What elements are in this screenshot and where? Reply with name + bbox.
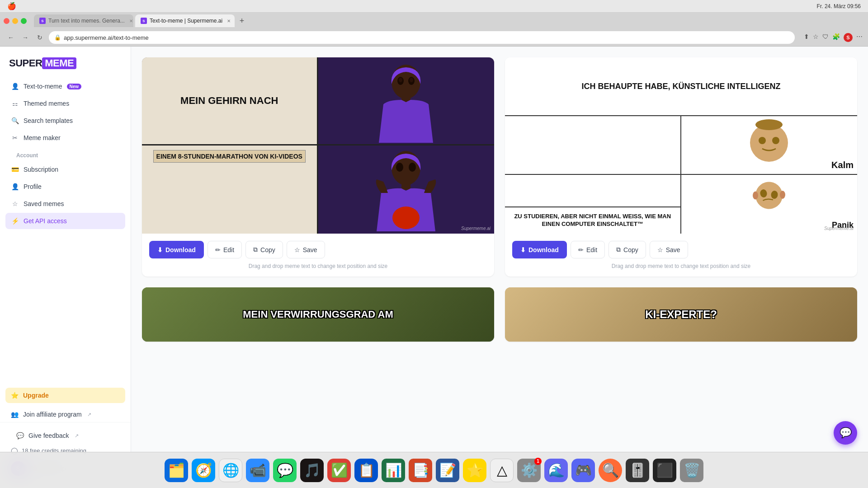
dock-zoom[interactable]: 📹 [246, 459, 269, 482]
meme1-edit-button[interactable]: ✏ Edit [208, 241, 242, 258]
sidebar-item-search-templates[interactable]: 🔍 Search templates [5, 113, 125, 129]
bookmark-icon[interactable]: ☆ [813, 33, 819, 42]
svg-point-4 [399, 78, 402, 82]
sidebar-item-text-to-meme[interactable]: 👤 Text-to-meme New [5, 78, 125, 94]
dock-preferences[interactable]: ⚙️ 1 [517, 459, 541, 482]
dock-word[interactable]: 📝 [436, 459, 459, 482]
apple-menu[interactable]: 🍎 [7, 2, 16, 10]
upgrade-icon: ⭐ [11, 392, 19, 399]
chat-icon: 💬 [840, 427, 852, 439]
sidebar-item-profile[interactable]: 👤 Profile [5, 178, 125, 195]
address-bar[interactable]: 🔒 app.supermeme.ai/text-to-meme [49, 31, 795, 44]
tab-close-2[interactable]: ✕ [227, 19, 231, 23]
dock-trash[interactable]: 🗑️ [680, 459, 703, 482]
dock-search[interactable]: 🔍 [599, 459, 622, 482]
edit-icon-1: ✏ [215, 246, 221, 253]
dock-sound[interactable]: 🎚️ [626, 459, 649, 482]
meme2-action-buttons: ⬇ Download ✏ Edit ⧉ Copy [512, 241, 850, 258]
meme2-edit-button[interactable]: ✏ Edit [571, 241, 605, 258]
meme1-action-buttons: ⬇ Download ✏ Edit ⧉ Copy [149, 241, 487, 258]
browser-tab-2[interactable]: S Text-to-meme | Supermeme.ai ✕ [135, 14, 235, 27]
sidebar-item-get-api-access[interactable]: ⚡ Get API access [5, 213, 125, 229]
person-figure-1 [374, 59, 438, 143]
search-templates-icon: 🔍 [11, 117, 19, 125]
sidebar-nav: 👤 Text-to-meme New ⚏ Themed memes 🔍 Sear… [0, 78, 131, 384]
meme1-download-button[interactable]: ⬇ Download [149, 241, 204, 258]
affiliate-icon: 👥 [11, 411, 19, 418]
maximize-window-button[interactable] [21, 18, 27, 24]
sidebar-item-join-affiliate[interactable]: 👥 Join affiliate program ↗ [0, 407, 131, 422]
minimize-window-button[interactable] [12, 18, 18, 24]
share-icon[interactable]: ⬆ [804, 33, 809, 42]
dock-spotify[interactable]: 🎵 [300, 459, 324, 482]
tab-label-2: Text-to-meme | Supermeme.ai [150, 18, 222, 24]
sidebar-item-give-feedback[interactable]: 💬 Give feedback ↗ [5, 428, 125, 443]
feedback-icon: 💬 [16, 432, 24, 439]
meme1-copy-label: Copy [260, 246, 275, 253]
main-scroll-area[interactable]: MEIN GEHIRN NACH [131, 47, 868, 452]
dock-safari[interactable]: 🧭 [192, 459, 215, 482]
dock-arc[interactable]: 🌊 [544, 459, 568, 482]
meme2-watermark: Supermeme.ai [824, 226, 854, 231]
dock-discord[interactable]: 🎮 [571, 459, 595, 482]
dock-bookmarks[interactable]: ⭐ [463, 459, 486, 482]
meme1-bottom-text: EINEM 8-STUNDEN-MARATHON VON KI-VIDEOS [153, 150, 306, 163]
more-options-icon[interactable]: ⋯ [856, 33, 863, 42]
sidebar-item-subscription[interactable]: 💳 Subscription [5, 161, 125, 178]
svg-point-13 [772, 137, 779, 144]
forward-button[interactable]: → [20, 32, 31, 43]
sidebar-label-meme-maker: Meme maker [24, 134, 61, 141]
dock-chrome[interactable]: 🌐 [219, 459, 242, 482]
meme2-bottom-text: ZU STUDIEREN, ABER NICHT EINMAL WEISS, W… [510, 213, 675, 228]
dock-powerpoint[interactable]: 📑 [409, 459, 432, 482]
meme1-copy-button[interactable]: ⧉ Copy [245, 241, 283, 258]
dock-trello[interactable]: 📋 [354, 459, 378, 482]
main-content: MEIN GEHIRN NACH [131, 47, 868, 352]
api-access-icon: ⚡ [11, 217, 19, 225]
shield-icon[interactable]: 🛡 [822, 33, 829, 42]
meme1-save-button[interactable]: ☆ Save [287, 241, 325, 258]
preview-card-1: MEIN VERWIRRUNGSGRAD AM [142, 287, 494, 342]
sidebar-label-themed-memes: Themed memes [24, 100, 69, 107]
app-container: SUPER MEME 👤 Text-to-meme New ⚏ Themed m… [0, 47, 868, 488]
account-section-label: Account [5, 147, 125, 161]
sidebar-item-meme-maker[interactable]: ✂ Meme maker [5, 130, 125, 146]
new-tab-button[interactable]: + [236, 15, 247, 26]
preview-image-1: MEIN VERWIRRUNGSGRAD AM [142, 287, 494, 342]
reload-button[interactable]: ↻ [34, 32, 45, 43]
meme2-save-button[interactable]: ☆ Save [650, 241, 688, 258]
menu-clock: Fr. 24. März 09:56 [817, 3, 861, 9]
close-window-button[interactable] [4, 18, 9, 24]
chat-support-button[interactable]: 💬 [834, 421, 857, 445]
dock-mission-control[interactable]: ⬛ [653, 459, 676, 482]
meme1-tr-figure [318, 57, 495, 145]
svg-point-8 [396, 163, 403, 172]
text-to-meme-icon: 👤 [11, 82, 19, 90]
dock-finder[interactable]: 🗂️ [165, 459, 188, 482]
svg-point-10 [392, 206, 420, 229]
sidebar: SUPER MEME 👤 Text-to-meme New ⚏ Themed m… [0, 47, 131, 488]
meme-maker-icon: ✂ [11, 134, 19, 142]
dock-todoist[interactable]: ✅ [327, 459, 351, 482]
browser-tab-1[interactable]: S Turn text into memes. Genera... ✕ [34, 14, 133, 27]
upgrade-label: Upgrade [23, 392, 49, 399]
dock-excel[interactable]: 📊 [382, 459, 405, 482]
meme2-copy-button[interactable]: ⧉ Copy [609, 241, 646, 258]
dock-drive[interactable]: △ [490, 459, 514, 482]
meme2-top-text: ICH BEHAUPTE HABE, KÜNSTLICHE INTELLIGEN… [581, 82, 780, 91]
sidebar-label-profile: Profile [24, 183, 42, 190]
extensions-icon[interactable]: 🧩 [832, 33, 840, 42]
download-icon-1: ⬇ [157, 246, 163, 253]
sidebar-label-search-templates: Search templates [24, 117, 73, 124]
kp-kalm-cell: Kalm [681, 116, 858, 175]
preview-image-2: KI-EXPERTE? [505, 287, 857, 342]
meme1-watermark: Supermeme.ai [461, 226, 491, 231]
tab-close-1[interactable]: ✕ [129, 19, 133, 23]
back-button[interactable]: ← [5, 32, 16, 43]
sidebar-item-themed-memes[interactable]: ⚏ Themed memes [5, 95, 125, 112]
dock-whatsapp[interactable]: 💬 [273, 459, 297, 482]
sidebar-item-saved-memes[interactable]: ☆ Saved memes [5, 196, 125, 212]
meme2-download-button[interactable]: ⬇ Download [512, 241, 567, 258]
upgrade-button[interactable]: ⭐ Upgrade [5, 388, 125, 403]
profile-circle[interactable]: S [844, 33, 853, 42]
